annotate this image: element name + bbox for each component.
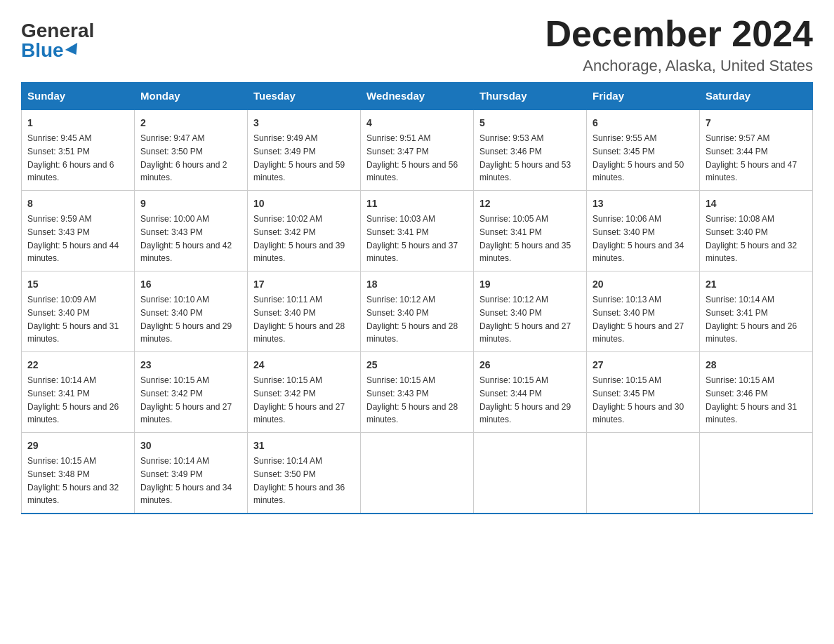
day-info: Sunrise: 9:45 AMSunset: 3:51 PMDaylight:… (27, 133, 114, 182)
calendar-cell: 18 Sunrise: 10:12 AMSunset: 3:40 PMDayli… (361, 271, 474, 352)
calendar-cell: 14 Sunrise: 10:08 AMSunset: 3:40 PMDayli… (700, 191, 813, 271)
calendar-cell: 27 Sunrise: 10:15 AMSunset: 3:45 PMDayli… (587, 352, 700, 433)
day-number: 24 (253, 358, 355, 373)
header-monday: Monday (135, 83, 248, 110)
day-info: Sunrise: 10:11 AMSunset: 3:40 PMDaylight… (253, 295, 345, 344)
day-info: Sunrise: 10:02 AMSunset: 3:42 PMDaylight… (253, 214, 345, 263)
day-info: Sunrise: 10:00 AMSunset: 3:43 PMDaylight… (140, 214, 232, 263)
calendar-cell: 5 Sunrise: 9:53 AMSunset: 3:46 PMDayligh… (474, 109, 587, 191)
day-number: 6 (593, 116, 694, 130)
day-number: 15 (27, 277, 128, 292)
day-info: Sunrise: 9:49 AMSunset: 3:49 PMDaylight:… (253, 133, 345, 182)
calendar-cell: 17 Sunrise: 10:11 AMSunset: 3:40 PMDayli… (248, 271, 361, 352)
header-saturday: Saturday (700, 83, 813, 110)
calendar-cell (361, 433, 474, 514)
day-info: Sunrise: 10:08 AMSunset: 3:40 PMDaylight… (706, 214, 797, 263)
day-number: 14 (706, 196, 807, 211)
calendar-week-1: 1 Sunrise: 9:45 AMSunset: 3:51 PMDayligh… (22, 109, 813, 191)
calendar-cell: 4 Sunrise: 9:51 AMSunset: 3:47 PMDayligh… (361, 109, 474, 191)
day-info: Sunrise: 9:57 AMSunset: 3:44 PMDaylight:… (706, 133, 797, 182)
calendar-cell: 21 Sunrise: 10:14 AMSunset: 3:41 PMDayli… (700, 271, 813, 352)
day-info: Sunrise: 10:09 AMSunset: 3:40 PMDaylight… (27, 295, 119, 344)
day-number: 8 (27, 196, 128, 211)
day-number: 13 (593, 196, 694, 211)
calendar-cell: 10 Sunrise: 10:02 AMSunset: 3:42 PMDayli… (248, 191, 361, 271)
logo-blue-text: Blue (21, 41, 81, 60)
calendar-cell: 11 Sunrise: 10:03 AMSunset: 3:41 PMDayli… (361, 191, 474, 271)
calendar-cell: 7 Sunrise: 9:57 AMSunset: 3:44 PMDayligh… (700, 109, 813, 191)
day-info: Sunrise: 10:14 AMSunset: 3:41 PMDaylight… (706, 295, 797, 344)
day-number: 4 (366, 116, 468, 130)
calendar-cell: 24 Sunrise: 10:15 AMSunset: 3:42 PMDayli… (248, 352, 361, 433)
header-thursday: Thursday (474, 83, 587, 110)
header-tuesday: Tuesday (248, 83, 361, 110)
day-info: Sunrise: 10:15 AMSunset: 3:42 PMDaylight… (253, 375, 345, 424)
day-number: 21 (706, 277, 807, 292)
day-info: Sunrise: 9:55 AMSunset: 3:45 PMDaylight:… (593, 133, 684, 182)
day-number: 12 (479, 196, 581, 211)
calendar-cell: 29 Sunrise: 10:15 AMSunset: 3:48 PMDayli… (22, 433, 135, 514)
calendar-cell: 12 Sunrise: 10:05 AMSunset: 3:41 PMDayli… (474, 191, 587, 271)
day-number: 23 (140, 358, 241, 373)
calendar-cell: 1 Sunrise: 9:45 AMSunset: 3:51 PMDayligh… (22, 109, 135, 191)
logo-triangle-icon (65, 43, 82, 58)
calendar-table: Sunday Monday Tuesday Wednesday Thursday… (21, 82, 813, 514)
day-info: Sunrise: 10:15 AMSunset: 3:42 PMDaylight… (140, 375, 232, 424)
day-number: 17 (253, 277, 355, 292)
day-info: Sunrise: 10:14 AMSunset: 3:41 PMDaylight… (27, 375, 119, 424)
day-info: Sunrise: 10:14 AMSunset: 3:49 PMDaylight… (140, 456, 232, 505)
day-info: Sunrise: 10:12 AMSunset: 3:40 PMDaylight… (366, 295, 458, 344)
day-info: Sunrise: 9:53 AMSunset: 3:46 PMDaylight:… (479, 133, 571, 182)
logo: General Blue (21, 21, 94, 60)
day-number: 25 (366, 358, 468, 373)
day-info: Sunrise: 10:12 AMSunset: 3:40 PMDaylight… (479, 295, 571, 344)
calendar-week-2: 8 Sunrise: 9:59 AMSunset: 3:43 PMDayligh… (22, 191, 813, 271)
calendar-cell: 8 Sunrise: 9:59 AMSunset: 3:43 PMDayligh… (22, 191, 135, 271)
day-info: Sunrise: 10:03 AMSunset: 3:41 PMDaylight… (366, 214, 458, 263)
month-title: December 2024 (545, 14, 813, 54)
day-number: 2 (140, 116, 241, 130)
day-number: 1 (27, 116, 128, 130)
day-info: Sunrise: 10:05 AMSunset: 3:41 PMDaylight… (479, 214, 571, 263)
calendar-cell: 13 Sunrise: 10:06 AMSunset: 3:40 PMDayli… (587, 191, 700, 271)
day-info: Sunrise: 9:59 AMSunset: 3:43 PMDaylight:… (27, 214, 119, 263)
calendar-cell: 6 Sunrise: 9:55 AMSunset: 3:45 PMDayligh… (587, 109, 700, 191)
day-number: 9 (140, 196, 241, 211)
day-number: 3 (253, 116, 355, 130)
calendar-cell: 26 Sunrise: 10:15 AMSunset: 3:44 PMDayli… (474, 352, 587, 433)
title-section: December 2024 Anchorage, Alaska, United … (545, 14, 813, 75)
day-number: 20 (593, 277, 694, 292)
logo-general-text: General (21, 21, 94, 41)
calendar-cell: 23 Sunrise: 10:15 AMSunset: 3:42 PMDayli… (135, 352, 248, 433)
day-info: Sunrise: 10:10 AMSunset: 3:40 PMDaylight… (140, 295, 232, 344)
day-number: 30 (140, 438, 241, 453)
day-number: 27 (593, 358, 694, 373)
calendar-week-4: 22 Sunrise: 10:14 AMSunset: 3:41 PMDayli… (22, 352, 813, 433)
day-number: 18 (366, 277, 468, 292)
day-number: 7 (706, 116, 807, 130)
day-number: 29 (27, 438, 128, 453)
header-wednesday: Wednesday (361, 83, 474, 110)
calendar-cell: 30 Sunrise: 10:14 AMSunset: 3:49 PMDayli… (135, 433, 248, 514)
day-info: Sunrise: 10:15 AMSunset: 3:48 PMDaylight… (27, 456, 119, 505)
calendar-cell (587, 433, 700, 514)
day-number: 5 (479, 116, 581, 130)
calendar-cell: 3 Sunrise: 9:49 AMSunset: 3:49 PMDayligh… (248, 109, 361, 191)
day-number: 10 (253, 196, 355, 211)
header-sunday: Sunday (22, 83, 135, 110)
calendar-cell: 9 Sunrise: 10:00 AMSunset: 3:43 PMDaylig… (135, 191, 248, 271)
calendar-cell: 19 Sunrise: 10:12 AMSunset: 3:40 PMDayli… (474, 271, 587, 352)
day-info: Sunrise: 10:15 AMSunset: 3:46 PMDaylight… (706, 375, 797, 424)
calendar-cell: 31 Sunrise: 10:14 AMSunset: 3:50 PMDayli… (248, 433, 361, 514)
day-info: Sunrise: 10:15 AMSunset: 3:44 PMDaylight… (479, 375, 571, 424)
calendar-header-row: Sunday Monday Tuesday Wednesday Thursday… (22, 83, 813, 110)
day-number: 31 (253, 438, 355, 453)
day-number: 26 (479, 358, 581, 373)
day-info: Sunrise: 10:06 AMSunset: 3:40 PMDaylight… (593, 214, 684, 263)
day-info: Sunrise: 10:15 AMSunset: 3:43 PMDaylight… (366, 375, 458, 424)
calendar-cell: 28 Sunrise: 10:15 AMSunset: 3:46 PMDayli… (700, 352, 813, 433)
day-info: Sunrise: 10:14 AMSunset: 3:50 PMDaylight… (253, 456, 345, 505)
calendar-cell (700, 433, 813, 514)
calendar-cell (474, 433, 587, 514)
calendar-cell: 2 Sunrise: 9:47 AMSunset: 3:50 PMDayligh… (135, 109, 248, 191)
